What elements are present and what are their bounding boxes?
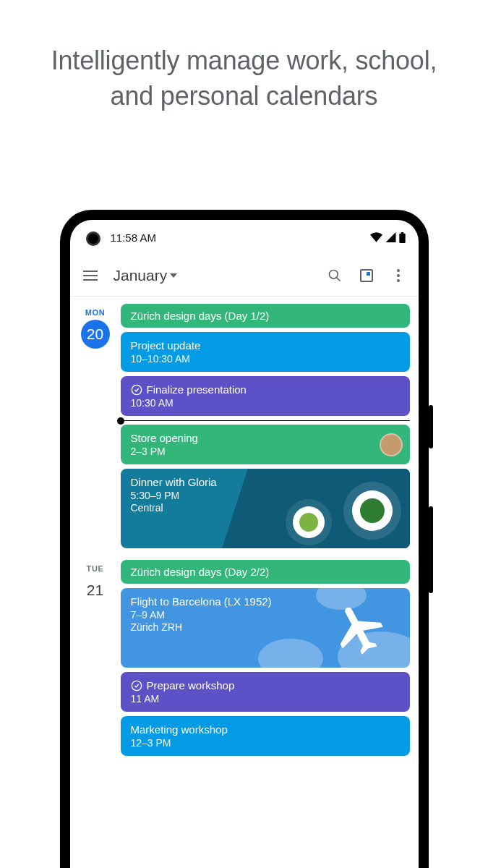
event-title: Zürich design days (Day 1/2) — [131, 310, 270, 322]
status-icons — [370, 232, 406, 243]
phone-camera-cutout — [86, 231, 100, 246]
day-date-header[interactable]: MON20 — [70, 304, 121, 560]
today-icon — [360, 269, 373, 282]
app-bar: January — [70, 255, 419, 297]
status-bar: 11:58 AM — [70, 220, 419, 255]
event-card[interactable]: Prepare workshop11 AM — [121, 672, 410, 712]
today-button[interactable] — [351, 260, 382, 292]
day-section: TUE21Zürich design days (Day 2/2)Flight … — [70, 560, 410, 767]
search-button[interactable] — [319, 260, 351, 292]
month-label: January — [114, 267, 168, 284]
day-of-week: TUE — [70, 564, 121, 573]
svg-rect-1 — [401, 232, 403, 234]
event-card[interactable]: Flight to Barcelona (LX 1952)7–9 AMZüric… — [121, 588, 410, 668]
event-time: 12–3 PM — [131, 737, 400, 749]
event-title: Prepare workshop — [147, 679, 235, 692]
svg-rect-0 — [399, 233, 405, 242]
event-title: Marketing workshop — [131, 723, 228, 736]
search-icon — [328, 268, 342, 283]
event-location: Central — [131, 502, 400, 514]
svg-point-2 — [329, 270, 338, 278]
phone-side-button — [429, 506, 433, 593]
svg-point-7 — [132, 385, 141, 394]
hamburger-icon — [83, 271, 98, 281]
cell-signal-icon — [385, 232, 396, 242]
day-number: 20 — [81, 320, 110, 349]
day-section: MON20Zürich design days (Day 1/2)Project… — [70, 304, 410, 560]
event-time: 10:30 AM — [131, 397, 400, 409]
agenda-content: MON20Zürich design days (Day 1/2)Project… — [70, 297, 419, 767]
event-title: Flight to Barcelona (LX 1952) — [131, 595, 272, 608]
more-vert-icon — [397, 269, 400, 282]
event-time: 2–3 PM — [131, 446, 400, 457]
battery-icon — [399, 232, 406, 243]
phone-frame: 11:58 AM January — [60, 210, 429, 868]
svg-point-4 — [397, 269, 400, 272]
task-check-icon — [131, 384, 142, 396]
events-column: Zürich design days (Day 1/2)Project upda… — [121, 304, 410, 560]
day-number: 21 — [81, 576, 110, 605]
menu-button[interactable] — [74, 260, 106, 292]
svg-point-5 — [397, 274, 400, 277]
marketing-headline: Intelligently manage work, school, and p… — [0, 0, 488, 142]
event-time: 7–9 AM — [131, 609, 400, 621]
event-title: Project update — [131, 339, 201, 352]
event-card[interactable]: Project update10–10:30 AM — [121, 332, 410, 372]
event-card[interactable]: Finalize presentation10:30 AM — [121, 376, 410, 416]
event-card[interactable]: Zürich design days (Day 1/2) — [121, 304, 410, 328]
event-card[interactable]: Marketing workshop12–3 PM — [121, 716, 410, 756]
month-picker[interactable]: January — [114, 267, 178, 284]
event-title: Finalize presentation — [147, 383, 247, 396]
dropdown-arrow-icon — [170, 273, 177, 278]
event-time: 11 AM — [131, 693, 400, 705]
event-title: Zürich design days (Day 2/2) — [131, 566, 270, 578]
day-of-week: MON — [70, 308, 121, 317]
phone-side-button — [429, 405, 433, 448]
event-location: Zürich ZRH — [131, 621, 400, 633]
svg-point-8 — [132, 681, 141, 690]
event-card[interactable]: Dinner with Gloria5:30–9 PMCentral — [121, 469, 410, 548]
wifi-icon — [370, 232, 382, 242]
event-card[interactable]: Zürich design days (Day 2/2) — [121, 560, 410, 584]
event-time: 10–10:30 AM — [131, 353, 400, 365]
event-card[interactable]: Store opening2–3 PM — [121, 425, 410, 464]
task-check-icon — [131, 680, 142, 692]
status-time: 11:58 AM — [111, 231, 156, 244]
event-title: Dinner with Gloria — [131, 476, 217, 488]
events-column: Zürich design days (Day 2/2)Flight to Ba… — [121, 560, 410, 767]
day-date-header[interactable]: TUE21 — [70, 560, 121, 767]
event-time: 5:30–9 PM — [131, 490, 400, 501]
svg-point-6 — [397, 279, 400, 282]
overflow-button[interactable] — [382, 260, 414, 292]
svg-line-3 — [336, 277, 340, 281]
event-title: Store opening — [131, 432, 198, 444]
